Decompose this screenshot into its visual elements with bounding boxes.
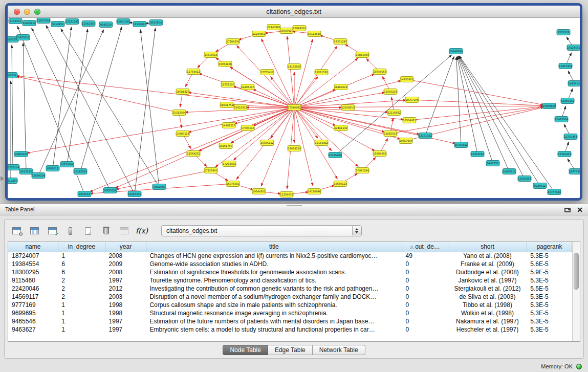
graph-edge[interactable] <box>294 74 375 107</box>
graph-node[interactable]: 12161021 <box>419 133 432 139</box>
graph-node[interactable]: 11245301 <box>128 191 141 197</box>
graph-node[interactable]: 9517604 <box>149 20 163 26</box>
close-button[interactable] <box>14 9 20 15</box>
graph-node[interactable]: 16640910 <box>280 28 293 34</box>
graph-node[interactable]: 11590154 <box>32 173 45 179</box>
graph-node[interactable]: 9015123 <box>19 169 33 174</box>
graph-edge[interactable] <box>12 45 13 167</box>
tab-edge-table[interactable]: Edge Table <box>268 345 313 355</box>
graph-node[interactable]: 18757105 <box>405 97 419 103</box>
table-row[interactable]: 946362711997Embryonic stem cells: a mode… <box>8 325 572 334</box>
graph-edge[interactable] <box>294 58 358 107</box>
graph-node[interactable]: 11540253 <box>518 176 531 182</box>
graph-edge[interactable] <box>140 30 159 187</box>
graph-node[interactable]: 16518312 <box>234 105 247 111</box>
graph-node[interactable]: 10901235 <box>117 19 130 25</box>
graph-node[interactable]: 16036112 <box>260 140 274 146</box>
graph-node[interactable]: 11543214 <box>384 89 397 95</box>
graph-node[interactable]: 17254401 <box>223 161 236 167</box>
graph-edge[interactable] <box>80 27 122 171</box>
graph-node[interactable]: 9461253 <box>486 161 499 166</box>
new-table-button[interactable] <box>81 224 95 237</box>
graph-node[interactable]: 19074126 <box>219 61 232 67</box>
graph-node[interactable]: 15145480 <box>329 152 342 158</box>
graph-edge[interactable] <box>287 36 294 107</box>
column-header-title[interactable]: title <box>146 242 402 252</box>
graph-node[interactable]: 13261530 <box>315 70 328 75</box>
graph-node[interactable]: 19857946 <box>399 138 412 144</box>
merge-tables-button[interactable] <box>63 224 77 237</box>
graph-node[interactable]: 15312064 <box>172 110 186 116</box>
network-canvas[interactable]: 1724098212116832115432141074456316841094… <box>8 18 580 198</box>
graph-edge[interactable] <box>294 39 313 107</box>
graph-node[interactable]: 15124549 <box>308 31 321 37</box>
graph-node[interactable]: 14208110 <box>241 84 254 90</box>
collapse-panel-arrow-icon[interactable] <box>1 176 4 181</box>
graph-node[interactable]: 16775301 <box>569 169 580 174</box>
graph-edge[interactable] <box>456 57 461 145</box>
graph-node[interactable]: 12754412 <box>187 69 200 75</box>
column-header-short[interactable]: short <box>448 242 527 252</box>
graph-node[interactable]: 9165301 <box>9 18 22 24</box>
graph-edge[interactable] <box>459 56 540 186</box>
graph-node[interactable]: 17310453 <box>558 151 571 157</box>
table-scrollbar[interactable] <box>572 242 580 341</box>
table-row[interactable]: 969969511998Structural magnetic resonanc… <box>8 309 572 317</box>
graph-node[interactable]: 10312450 <box>8 178 17 184</box>
graph-node[interactable]: 9245012 <box>533 183 547 189</box>
graph-edge[interactable] <box>16 76 179 113</box>
graph-edge[interactable] <box>425 56 454 136</box>
graph-node[interactable]: 10465211 <box>503 169 516 174</box>
graph-node[interactable]: 11253120 <box>471 151 484 157</box>
import-table-button[interactable]: ✔ <box>46 224 59 237</box>
graph-node[interactable]: 11553104 <box>8 165 19 170</box>
graph-node[interactable]: 9551203 <box>557 30 570 35</box>
graph-edge[interactable] <box>407 79 543 105</box>
graph-edge[interactable] <box>67 29 88 164</box>
graph-node[interactable]: 10653124 <box>103 188 117 193</box>
graph-node[interactable]: 11653011 <box>16 35 30 40</box>
graph-node[interactable]: 17240982 <box>288 105 301 111</box>
graph-node[interactable]: 14614014 <box>204 52 217 58</box>
delete-table-button[interactable] <box>99 224 113 237</box>
table-row[interactable]: 1456911722003Disruption of a novel membe… <box>8 293 572 301</box>
table-settings-button[interactable]: ⚙ <box>10 224 23 237</box>
graph-node[interactable]: 10981244 <box>356 168 369 173</box>
graph-edge[interactable] <box>115 107 294 188</box>
table-row[interactable]: 1830029562008Estimation of significance … <box>8 268 572 276</box>
graph-node[interactable]: 10791542 <box>454 142 468 148</box>
graph-node[interactable]: 12116832 <box>387 110 401 116</box>
graph-node[interactable]: 10465120 <box>14 151 28 157</box>
graph-node[interactable]: 14433104 <box>568 81 580 86</box>
graph-node[interactable]: 14850931 <box>400 77 413 82</box>
graph-node[interactable]: 16261750 <box>219 143 232 149</box>
graph-node[interactable]: 12161102 <box>334 125 347 131</box>
graph-node[interactable]: 17755412 <box>260 70 274 75</box>
graph-node[interactable]: 19544201 <box>252 189 266 194</box>
graph-node[interactable]: 18081425 <box>176 89 189 95</box>
graph-node[interactable]: 14120996 <box>308 189 321 194</box>
column-visibility-button[interactable] <box>28 224 41 237</box>
splitter-grip[interactable] <box>287 205 302 207</box>
float-panel-button[interactable] <box>564 208 571 212</box>
graph-node[interactable]: 9845120 <box>99 22 113 28</box>
graph-node[interactable]: 9254012 <box>78 191 91 197</box>
column-header-out_de[interactable]: △out_de… <box>402 242 448 252</box>
graph-node[interactable]: 12710453 <box>564 134 577 140</box>
graph-node[interactable]: 11875234 <box>37 18 50 24</box>
graph-edge[interactable] <box>233 107 294 160</box>
tab-node-table[interactable]: Node Table <box>223 345 268 355</box>
graph-node[interactable]: 17125401 <box>204 168 217 173</box>
column-header-in_degree[interactable]: in_degree <box>58 242 105 252</box>
table-row[interactable]: 1938455462009Genome-wide association stu… <box>8 260 572 268</box>
graph-node[interactable]: 9580112 <box>46 166 59 171</box>
graph-node[interactable]: 12108613 <box>341 105 355 111</box>
graph-node[interactable]: 11142503 <box>74 169 87 174</box>
close-panel-button[interactable]: ✕ <box>577 206 583 213</box>
graph-edge[interactable] <box>16 76 294 107</box>
graph-node[interactable]: 14901210 <box>222 123 235 128</box>
graph-edge[interactable] <box>294 106 543 107</box>
graph-edge[interactable] <box>294 93 385 107</box>
graph-node[interactable]: 11238845 <box>133 21 146 27</box>
graph-node[interactable]: 16164612 <box>334 84 347 90</box>
